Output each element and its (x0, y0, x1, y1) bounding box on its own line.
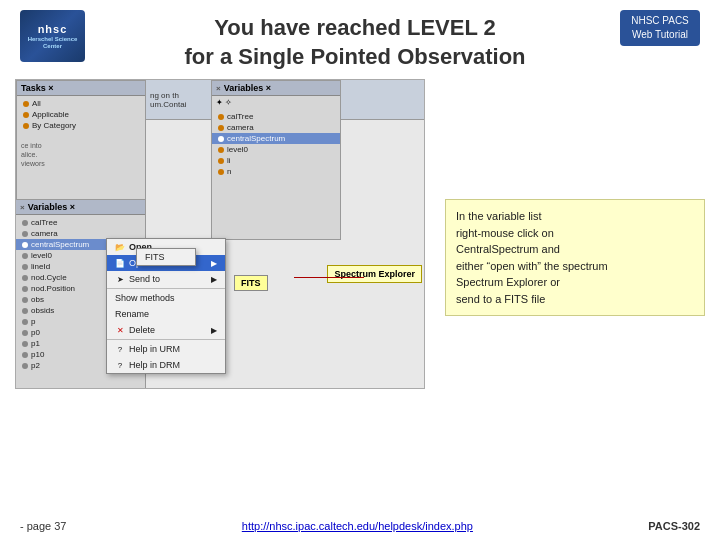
tasks-panel: Tasks × All Applicable By Category ce in… (16, 80, 146, 200)
ctx-delete[interactable]: ✕ Delete ▶ (107, 322, 225, 338)
ctx-sep1 (107, 288, 225, 289)
variables-title-bar: × Variables × (16, 200, 145, 215)
task-item-category: By Category (17, 120, 145, 131)
var-calTree[interactable]: calTree (16, 217, 145, 228)
help-drm-icon: ? (115, 360, 125, 370)
submenu-fits[interactable]: FITS (137, 249, 195, 265)
page-title: You have reached LEVEL 2 for a Single Po… (90, 14, 620, 71)
var-right-icons: ✦ ✧ (212, 96, 340, 109)
ctx-send-to[interactable]: ➤ Send to ▶ (107, 271, 225, 287)
variables-close-icon[interactable]: × (20, 203, 25, 212)
open-with-icon: 📄 (115, 258, 125, 268)
footer-url[interactable]: http://nhsc.ipac.caltech.edu/helpdesk/in… (242, 520, 473, 532)
title-area: You have reached LEVEL 2 for a Single Po… (90, 10, 620, 71)
spectrum-explorer-callout: Spectrum Explorer (327, 265, 422, 283)
ctx-help-urm[interactable]: ? Help in URM (107, 341, 225, 357)
screenshot-breadcrumb: ng on thum.Contai (150, 91, 186, 109)
delete-icon: ✕ (115, 325, 125, 335)
footer-page: - page 37 (20, 520, 66, 532)
ctx-sep2 (107, 339, 225, 340)
tasks-title-bar: Tasks × (17, 81, 145, 96)
open-with-arrow: ▶ (211, 259, 217, 268)
footer-code: PACS-302 (648, 520, 700, 532)
send-to-arrow: ▶ (211, 275, 217, 284)
task-item-applicable: Applicable (17, 109, 145, 120)
help-urm-icon: ? (115, 344, 125, 354)
connector-line (294, 277, 364, 278)
tasks-description: ce intoalice.viewors (17, 139, 145, 170)
task-item-all: All (17, 98, 145, 109)
tasks-list: All Applicable By Category (17, 96, 145, 133)
var-r-camera[interactable]: camera (212, 122, 340, 133)
screenshot-area: ng on thum.Contai ● ApplicableBy Categor… (15, 79, 425, 389)
delete-arrow: ▶ (211, 326, 217, 335)
ctx-rename[interactable]: Rename (107, 306, 225, 322)
content-area: ng on thum.Contai ● ApplicableBy Categor… (0, 79, 720, 389)
var-right-title: × Variables × (212, 81, 340, 96)
var-right-close[interactable]: × (216, 84, 221, 93)
footer: - page 37 http://nhsc.ipac.caltech.edu/h… (0, 520, 720, 532)
ctx-show-methods[interactable]: Show methods (107, 290, 225, 306)
var-r-li[interactable]: li (212, 155, 340, 166)
logo-text-nhsc: nhsc (28, 23, 78, 36)
var-r-n[interactable]: n (212, 166, 340, 177)
var-r-centralSpectrum[interactable]: centralSpectrum (212, 133, 340, 144)
logo-text-full: Herschel ScienceCenter (28, 36, 78, 49)
send-to-icon: ➤ (115, 274, 125, 284)
ctx-help-drm[interactable]: ? Help in DRM (107, 357, 225, 373)
open-icon: 📂 (115, 242, 125, 252)
variables-panel-right: × Variables × ✦ ✧ calTree camera central… (211, 80, 341, 240)
submenu: FITS (136, 248, 196, 266)
info-box: In the variable list right-mouse click o… (445, 199, 705, 316)
var-r-calTree[interactable]: calTree (212, 111, 340, 122)
nhsc-logo: nhsc Herschel ScienceCenter (20, 10, 85, 62)
fits-label: FITS (234, 275, 268, 291)
var-right-list: calTree camera centralSpectrum level0 li… (212, 109, 340, 179)
nhsc-pacs-badge: NHSC PACS Web Tutorial (620, 10, 700, 46)
var-r-level0[interactable]: level0 (212, 144, 340, 155)
logo-area: nhsc Herschel ScienceCenter (20, 10, 90, 62)
header: nhsc Herschel ScienceCenter You have rea… (0, 0, 720, 79)
